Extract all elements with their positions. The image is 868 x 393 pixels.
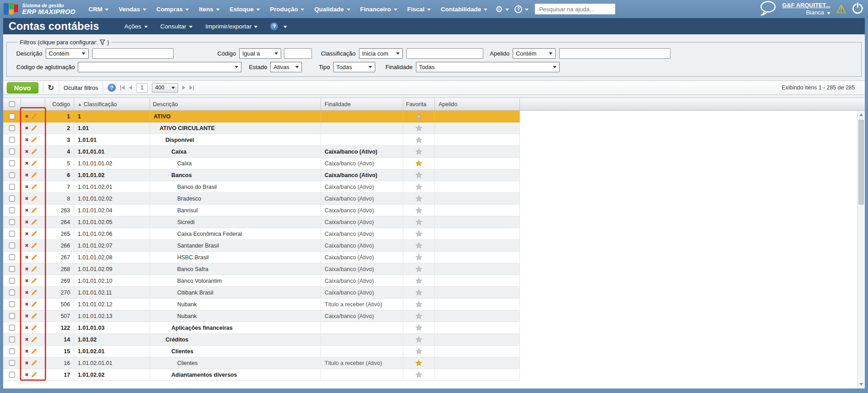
first-page-button[interactable]: [120, 85, 125, 90]
favorite-star-icon[interactable]: ★: [415, 313, 422, 320]
favorite-star-icon[interactable]: ★: [415, 360, 422, 367]
topnav-item-compras[interactable]: Compras: [156, 6, 189, 13]
table-row[interactable]: ✖ 263 1.01.01.02.04 Banrisul Caixa/banco…: [3, 205, 520, 216]
delete-icon[interactable]: ✖: [25, 114, 28, 119]
row-checkbox[interactable]: [9, 149, 15, 154]
table-row[interactable]: ✖ 17 1.01.02.02 Adiantamentos diversos ★: [3, 369, 520, 381]
classificacao-filter-input[interactable]: [406, 48, 483, 59]
chevron-down-icon[interactable]: [283, 26, 287, 28]
edit-pencil-icon[interactable]: [31, 160, 37, 166]
table-row[interactable]: ✖ 507 1.01.01.02.13 Nubank Caixa/banco (…: [3, 310, 520, 322]
row-checkbox[interactable]: [9, 337, 15, 342]
favorite-star-icon[interactable]: ★: [415, 125, 422, 132]
page-size-select[interactable]: 400: [152, 83, 178, 93]
favorita-column-header[interactable]: Favorita: [403, 98, 435, 110]
table-row[interactable]: ✖ 3 1.01.01 Disponível ★: [3, 134, 520, 146]
table-row[interactable]: ✖ 7 1.01.01.02.01 Banco do Brasil Caixa/…: [3, 181, 520, 193]
edit-pencil-icon[interactable]: [31, 149, 37, 154]
row-checkbox[interactable]: [9, 290, 15, 295]
current-page-input[interactable]: 1: [136, 83, 148, 93]
table-row[interactable]: ✖ 6 1.01.01.02 Bancos Caixa/banco (Ativo…: [3, 169, 520, 181]
apelido-filter-input[interactable]: [559, 48, 670, 59]
logout-power-icon[interactable]: [852, 2, 863, 16]
edit-pencil-icon[interactable]: [31, 301, 37, 307]
table-row[interactable]: ✖ 264 1.01.01.02.05 Sicredi Caixa/banco …: [3, 216, 520, 228]
tipo-select[interactable]: Todas: [333, 62, 375, 72]
delete-icon[interactable]: ✖: [25, 373, 28, 377]
favorite-star-icon[interactable]: ★: [415, 289, 422, 296]
topnav-item-vendas[interactable]: Vendas: [118, 6, 146, 13]
aglutinacao-select[interactable]: [78, 62, 241, 72]
delete-icon[interactable]: ✖: [25, 337, 28, 342]
edit-pencil-icon[interactable]: [31, 254, 37, 260]
select-all-checkbox[interactable]: [9, 101, 15, 107]
edit-pencil-icon[interactable]: [31, 337, 37, 342]
edit-pencil-icon[interactable]: [31, 125, 37, 131]
edit-pencil-icon[interactable]: [31, 231, 37, 237]
last-page-button[interactable]: [189, 85, 194, 90]
delete-icon[interactable]: ✖: [25, 150, 28, 154]
row-checkbox[interactable]: [9, 196, 15, 201]
scroll-down-arrow[interactable]: [858, 381, 865, 388]
table-row[interactable]: ✖ 14 1.01.02 Créditos ★: [3, 334, 520, 346]
estado-select[interactable]: Ativas: [270, 62, 302, 72]
help-search-input[interactable]: [535, 4, 615, 14]
row-checkbox[interactable]: [9, 184, 15, 190]
row-checkbox[interactable]: [9, 160, 15, 166]
page-menu-acoes[interactable]: Ações: [124, 23, 148, 30]
row-checkbox[interactable]: [9, 360, 15, 366]
delete-icon[interactable]: ✖: [25, 314, 28, 318]
topnav-item-itens[interactable]: Itens: [199, 6, 220, 13]
user-menu[interactable]: Bianca: [806, 9, 830, 16]
favorite-star-icon[interactable]: ★: [415, 230, 422, 238]
favorite-star-icon[interactable]: ★: [415, 336, 422, 343]
classificacao-operator-select[interactable]: Inicia com: [359, 48, 403, 59]
filters-legend[interactable]: Filtros (clique para configurar: ): [18, 39, 111, 46]
delete-icon[interactable]: ✖: [25, 279, 28, 283]
edit-pencil-icon[interactable]: [31, 266, 37, 272]
topnav-item-financeiro[interactable]: Financeiro: [360, 6, 397, 13]
table-row[interactable]: ✖ 506 1.01.01.02.12 Nubank Título a rece…: [3, 299, 520, 310]
codigo-filter-input[interactable]: [284, 48, 312, 59]
edit-pencil-icon[interactable]: [31, 243, 37, 248]
favorite-star-icon[interactable]: ★: [415, 136, 422, 144]
row-checkbox[interactable]: [9, 137, 15, 143]
topnav-item-qualidade[interactable]: Qualidade: [314, 6, 350, 13]
page-menu-consultar[interactable]: Consultar: [160, 23, 193, 30]
edit-pencil-icon[interactable]: [31, 113, 37, 119]
edit-pencil-icon[interactable]: [31, 372, 37, 378]
topnav-item-estoque[interactable]: Estoque: [230, 6, 260, 13]
favorite-star-icon[interactable]: ★: [415, 277, 422, 285]
edit-pencil-icon[interactable]: [31, 348, 37, 354]
delete-icon[interactable]: ✖: [25, 302, 28, 307]
favorite-star-icon[interactable]: ★: [415, 195, 422, 202]
table-row[interactable]: ✖ 1 1 ATIVO ★: [3, 111, 520, 122]
favorite-star-icon[interactable]: ★: [415, 160, 422, 167]
row-checkbox[interactable]: [9, 172, 15, 178]
favorite-star-icon[interactable]: ★: [415, 266, 422, 273]
table-row[interactable]: ✖ 122 1.01.01.03 Aplicações financeiras …: [3, 322, 520, 334]
delete-icon[interactable]: ✖: [25, 326, 28, 330]
row-checkbox[interactable]: [9, 313, 15, 319]
vertical-scrollbar[interactable]: [857, 111, 865, 388]
favorite-star-icon[interactable]: ★: [415, 113, 422, 120]
row-checkbox[interactable]: [9, 219, 15, 225]
descricao-operator-select[interactable]: Contém: [46, 48, 89, 59]
delete-icon[interactable]: ✖: [25, 196, 28, 201]
edit-pencil-icon[interactable]: [31, 172, 37, 178]
table-row[interactable]: ✖ 16 1.01.02.01.01 Clientes Título a rec…: [3, 357, 520, 369]
topnav-item-fiscal[interactable]: Fiscal: [407, 6, 431, 13]
edit-pencil-icon[interactable]: [31, 278, 37, 284]
table-row[interactable]: ✖ 15 1.01.02.01 Clientes ★: [3, 346, 520, 357]
row-checkbox[interactable]: [9, 207, 15, 213]
row-checkbox[interactable]: [9, 243, 15, 248]
page-help-icon[interactable]: ?: [270, 23, 278, 30]
codigo-operator-select[interactable]: Igual a: [239, 48, 281, 59]
edit-pencil-icon[interactable]: [31, 184, 37, 190]
table-row[interactable]: ✖ 268 1.01.01.02.09 Banco Safra Caixa/ba…: [3, 263, 520, 275]
table-row[interactable]: ✖ 8 1.01.01.02.02 Bradesco Caixa/banco (…: [3, 193, 520, 205]
row-checkbox[interactable]: [9, 266, 15, 272]
delete-icon[interactable]: ✖: [25, 138, 28, 142]
row-checkbox[interactable]: [9, 301, 15, 307]
edit-pencil-icon[interactable]: [31, 290, 37, 295]
